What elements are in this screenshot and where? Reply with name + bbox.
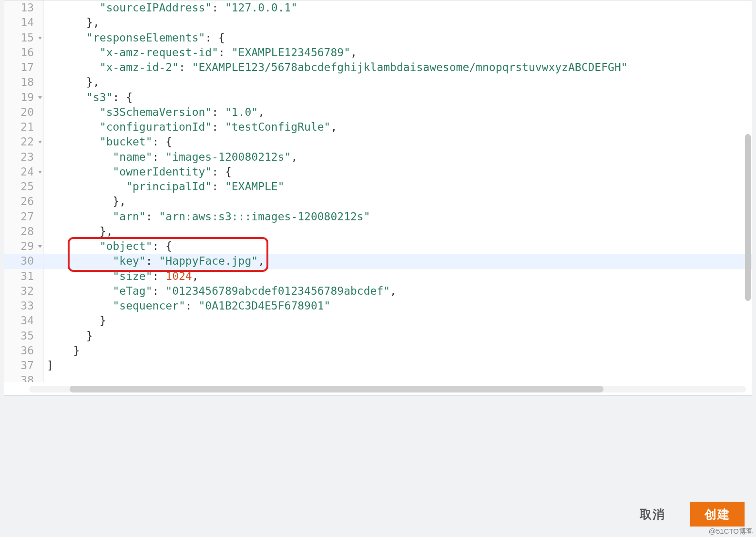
create-button[interactable]: 创建 — [690, 502, 745, 527]
line-number: 36 — [4, 343, 43, 358]
line-number: 28 — [4, 224, 43, 239]
code-line-27[interactable]: "arn": "arn:aws:s3:::images-120080212s" — [44, 209, 752, 224]
line-number: 24 — [4, 165, 43, 179]
line-number: 35 — [4, 329, 43, 343]
line-number: 14 — [4, 15, 43, 30]
code-line-13[interactable]: "sourceIPAddress": "127.0.0.1" — [44, 0, 752, 15]
line-number: 25 — [4, 179, 43, 194]
code-editor[interactable]: 1314151617181920212223242526272829303132… — [4, 0, 752, 382]
code-editor-panel: 1314151617181920212223242526272829303132… — [4, 0, 752, 396]
code-line-33[interactable]: "sequencer": "0A1B2C3D4E5F678901" — [44, 299, 752, 313]
scroll-thumb[interactable] — [70, 386, 603, 392]
code-line-15[interactable]: "responseElements": { — [44, 31, 752, 45]
line-number: 31 — [4, 269, 43, 284]
horizontal-scrollbar[interactable] — [29, 386, 746, 392]
code-line-28[interactable]: }, — [44, 224, 752, 239]
code-line-21[interactable]: "configurationId": "testConfigRule", — [44, 120, 752, 134]
code-line-18[interactable]: }, — [44, 75, 752, 90]
watermark: @51CTO博客 — [709, 527, 753, 536]
line-number: 26 — [4, 194, 43, 209]
line-number: 13 — [4, 0, 43, 15]
vertical-scrollbar-thumb[interactable] — [745, 134, 751, 301]
code-line-22[interactable]: "bucket": { — [44, 134, 752, 149]
line-number: 19 — [4, 90, 43, 105]
code-line-24[interactable]: "ownerIdentity": { — [44, 165, 752, 179]
code-line-23[interactable]: "name": "images-120080212s", — [44, 150, 752, 165]
cancel-button[interactable]: 取消 — [625, 502, 680, 527]
line-number: 20 — [4, 105, 43, 120]
code-line-31[interactable]: "size": 1024, — [44, 269, 752, 284]
code-line-16[interactable]: "x-amz-request-id": "EXAMPLE123456789", — [44, 45, 752, 60]
line-number: 15 — [4, 31, 43, 45]
line-gutter: 1314151617181920212223242526272829303132… — [4, 0, 44, 382]
code-line-17[interactable]: "x-amz-id-2": "EXAMPLE123/5678abcdefghij… — [44, 60, 752, 75]
line-number: 23 — [4, 150, 43, 165]
code-line-14[interactable]: }, — [44, 15, 752, 30]
line-number: 18 — [4, 75, 43, 90]
line-number: 34 — [4, 313, 43, 328]
code-line-20[interactable]: "s3SchemaVersion": "1.0", — [44, 105, 752, 120]
code-line-30[interactable]: "key": "HappyFace.jpg", — [44, 254, 752, 268]
code-line-29[interactable]: "object": { — [44, 239, 752, 254]
code-line-34[interactable]: } — [44, 313, 752, 328]
line-number: 30 — [4, 254, 43, 268]
code-line-32[interactable]: "eTag": "0123456789abcdef0123456789abcde… — [44, 284, 752, 299]
dialog-footer: 取消 创建 — [0, 502, 756, 537]
line-number: 17 — [4, 60, 43, 75]
line-number: 33 — [4, 299, 43, 313]
code-line-26[interactable]: }, — [44, 194, 752, 209]
line-number: 29 — [4, 239, 43, 254]
code-line-37[interactable]: ] — [44, 358, 752, 373]
code-line-19[interactable]: "s3": { — [44, 90, 752, 105]
line-number: 16 — [4, 45, 43, 60]
line-number: 21 — [4, 120, 43, 134]
code-line-36[interactable]: } — [44, 343, 752, 358]
code-line-38[interactable] — [44, 373, 752, 382]
line-number: 37 — [4, 358, 43, 373]
line-number: 22 — [4, 134, 43, 149]
code-area[interactable]: "sourceIPAddress": "127.0.0.1" }, "respo… — [44, 0, 752, 382]
line-number: 27 — [4, 209, 43, 224]
code-line-25[interactable]: "principalId": "EXAMPLE" — [44, 179, 752, 194]
line-number: 32 — [4, 284, 43, 299]
code-line-35[interactable]: } — [44, 329, 752, 343]
line-number: 38 — [4, 373, 43, 382]
